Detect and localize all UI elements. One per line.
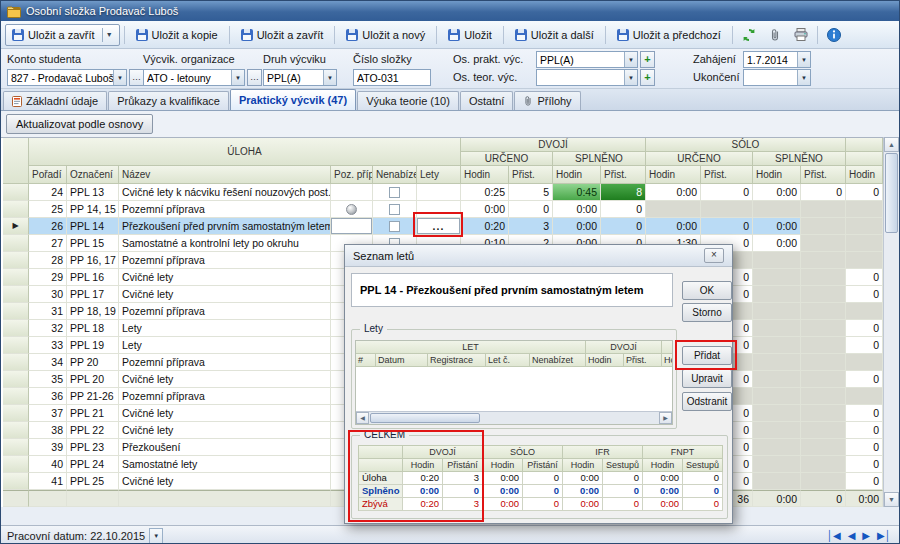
lety-ellipsis-button[interactable]: ... bbox=[417, 218, 461, 235]
grid-cell[interactable]: 0 bbox=[846, 337, 883, 354]
grid-cell[interactable]: Cvičné lety bbox=[119, 422, 331, 439]
grid-cell[interactable]: 0 bbox=[701, 184, 753, 201]
grid-cell[interactable] bbox=[753, 252, 801, 269]
grid-cell[interactable] bbox=[753, 439, 801, 456]
subgroup-urceno-solo[interactable]: URČENO bbox=[646, 152, 753, 166]
grid-cell[interactable] bbox=[801, 337, 846, 354]
grid-cell[interactable]: PP 20 bbox=[67, 354, 119, 371]
grid-cell[interactable] bbox=[801, 218, 846, 235]
grid-cell[interactable] bbox=[753, 320, 801, 337]
grid-cell[interactable] bbox=[753, 371, 801, 388]
grid-cell[interactable] bbox=[846, 388, 883, 405]
grid-cell[interactable]: 38 bbox=[29, 422, 67, 439]
grid-cell[interactable] bbox=[801, 303, 846, 320]
info-button[interactable] bbox=[822, 24, 846, 46]
grid-cell[interactable]: 39 bbox=[29, 439, 67, 456]
grid-row-25[interactable]: 25PP 14, 15Pozemní příprava0:0000:000 bbox=[3, 201, 883, 218]
grid-cell[interactable]: 0 bbox=[801, 184, 846, 201]
grid-row-26[interactable]: ▶26PPL 14Přezkoušení před prvním samosta… bbox=[3, 218, 883, 235]
grid-cell[interactable] bbox=[373, 218, 417, 235]
grid-cell[interactable]: PPL 20 bbox=[67, 371, 119, 388]
grid-cell[interactable]: Cvičné lety bbox=[119, 405, 331, 422]
grid-cell[interactable]: PPL 17 bbox=[67, 286, 119, 303]
grid-cell[interactable]: 0:00 bbox=[646, 218, 701, 235]
grid-cell[interactable]: 0 bbox=[846, 286, 883, 303]
organizace-more-button[interactable]: … bbox=[247, 69, 262, 86]
tab-zakladni-udaje[interactable]: Základní údaje bbox=[3, 91, 107, 110]
subgroup-splneno-dvoji[interactable]: SPLNĚNO bbox=[553, 152, 646, 166]
grid-cell[interactable] bbox=[846, 354, 883, 371]
grid-cell[interactable]: 0:00 bbox=[753, 184, 801, 201]
scroll-up-icon[interactable]: ▲ bbox=[884, 137, 899, 152]
grid-cell[interactable]: 40 bbox=[29, 456, 67, 473]
flights-column-header[interactable]: Registrace bbox=[428, 354, 486, 367]
grid-cell[interactable] bbox=[801, 422, 846, 439]
grid-cell[interactable] bbox=[846, 252, 883, 269]
nav-first-button[interactable]: │◀ bbox=[827, 530, 841, 541]
grid-cell[interactable]: 0:00 bbox=[753, 235, 801, 252]
column-header-0[interactable]: Pořadí bbox=[29, 166, 67, 184]
grid-cell[interactable] bbox=[753, 456, 801, 473]
working-date-dropdown[interactable]: ▼ bbox=[149, 528, 163, 544]
grid-cell[interactable]: 25 bbox=[29, 201, 67, 218]
grid-cell[interactable]: Pozemní příprava bbox=[119, 252, 331, 269]
grid-cell[interactable]: 0:00 bbox=[553, 218, 601, 235]
scroll-thumb[interactable] bbox=[370, 413, 480, 423]
save-new-button[interactable]: Uložit a nový bbox=[339, 24, 432, 46]
nav-next-button[interactable]: ▶ bbox=[862, 530, 870, 541]
grid-cell[interactable] bbox=[753, 201, 801, 218]
grid-cell[interactable] bbox=[417, 184, 461, 201]
grid-cell[interactable]: PPL 23 bbox=[67, 439, 119, 456]
column-header-12[interactable]: Hodin bbox=[753, 166, 801, 184]
grid-cell[interactable]: 5 bbox=[509, 184, 553, 201]
grid-cell[interactable]: Samostatné lety bbox=[119, 456, 331, 473]
grid-cell[interactable]: 8 bbox=[601, 184, 646, 201]
grid-cell[interactable] bbox=[753, 354, 801, 371]
grid-cell[interactable]: PPL 15 bbox=[67, 235, 119, 252]
grid-cell[interactable]: 0 bbox=[846, 422, 883, 439]
grid-cell[interactable]: Cvičné lety bbox=[119, 473, 331, 490]
tab-ostatni[interactable]: Ostatní bbox=[460, 91, 513, 110]
grid-cell[interactable]: Lety bbox=[119, 320, 331, 337]
chevron-down-icon[interactable]: ▼ bbox=[797, 70, 810, 85]
grid-cell[interactable] bbox=[801, 439, 846, 456]
grid-cell[interactable] bbox=[417, 201, 461, 218]
save-button[interactable]: Uložit bbox=[441, 24, 499, 46]
grid-cell[interactable]: PPL 24 bbox=[67, 456, 119, 473]
grid-cell[interactable]: Cvičné lety k nácviku řešení nouzových p… bbox=[119, 184, 331, 201]
save-previous-button[interactable]: Uložit a předchozí bbox=[610, 24, 728, 46]
grid-cell[interactable]: 0:00 bbox=[753, 218, 801, 235]
chevron-down-icon[interactable]: ▼ bbox=[624, 52, 637, 67]
flights-column-header[interactable]: Hodin bbox=[586, 354, 624, 367]
grid-cell[interactable] bbox=[846, 303, 883, 320]
chevron-down-icon[interactable]: ▼ bbox=[624, 70, 637, 85]
grid-cell[interactable] bbox=[801, 286, 846, 303]
scroll-right-icon[interactable]: ▶ bbox=[659, 412, 672, 424]
grid-cell[interactable] bbox=[753, 337, 801, 354]
save-next-button[interactable]: Uložit a další bbox=[508, 24, 601, 46]
save-close-split-button[interactable]: Uložit a zavřít ▼ bbox=[5, 24, 120, 46]
grid-cell[interactable]: 0 bbox=[509, 201, 553, 218]
grid-cell[interactable]: 29 bbox=[29, 269, 67, 286]
grid-cell[interactable] bbox=[331, 201, 373, 218]
grid-cell[interactable]: 26 bbox=[29, 218, 67, 235]
grid-cell[interactable]: Pozemní příprava bbox=[119, 201, 331, 218]
grid-cell[interactable] bbox=[801, 320, 846, 337]
nenabizet-checkbox[interactable] bbox=[389, 221, 400, 232]
grid-cell[interactable]: 28 bbox=[29, 252, 67, 269]
cislo-slozky-input[interactable]: ATO-031 bbox=[353, 69, 431, 86]
chevron-down-icon[interactable]: ▼ bbox=[231, 70, 244, 85]
os-teor-vyc-combobox[interactable]: ▼ bbox=[536, 69, 638, 86]
chevron-down-icon[interactable]: ▼ bbox=[102, 28, 113, 42]
column-header-10[interactable]: Hodin bbox=[646, 166, 701, 184]
flights-column-header[interactable]: Přist. bbox=[624, 354, 662, 367]
grid-cell[interactable] bbox=[753, 422, 801, 439]
grid-cell[interactable]: 34 bbox=[29, 354, 67, 371]
grid-cell[interactable]: 0 bbox=[846, 405, 883, 422]
column-header-4[interactable]: Nenabízet bbox=[373, 166, 417, 184]
grid-cell[interactable] bbox=[801, 405, 846, 422]
column-header-8[interactable]: Hodin bbox=[553, 166, 601, 184]
column-header-1[interactable]: Označení bbox=[67, 166, 119, 184]
column-header-9[interactable]: Přist. bbox=[601, 166, 646, 184]
grid-cell[interactable]: Cvičné lety bbox=[119, 371, 331, 388]
